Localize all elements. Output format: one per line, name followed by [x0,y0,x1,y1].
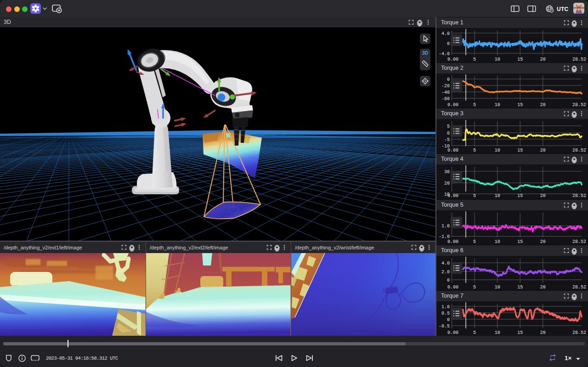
svg-text:-5: -5 [444,137,450,142]
svg-text:5: 5 [473,330,476,335]
svg-text:0.00: 0.00 [447,330,458,335]
svg-text:20: 20 [540,148,546,153]
svg-text:15: 15 [517,239,523,244]
svg-text:2.0: 2.0 [441,270,450,275]
svg-text:-4.0: -4.0 [439,51,450,56]
svg-text:0: 0 [447,41,450,46]
svg-text:-0.5: -0.5 [439,324,450,329]
svg-text:5: 5 [473,148,476,153]
svg-text:15: 15 [517,285,523,290]
svg-text:28.52: 28.52 [572,102,586,107]
svg-text:15: 15 [517,330,523,335]
svg-text:5: 5 [473,57,476,62]
svg-text:0.00: 0.00 [447,57,458,62]
svg-text:0: 0 [447,77,450,82]
svg-text:5: 5 [473,102,476,107]
svg-text:15: 15 [517,193,523,198]
svg-text:28.52: 28.52 [572,330,586,335]
svg-text:5: 5 [447,124,450,129]
svg-text:15: 15 [517,57,523,62]
svg-text:0: 0 [447,131,450,136]
svg-text:-40: -40 [441,90,450,95]
svg-text:0.00: 0.00 [447,193,458,198]
svg-text:20: 20 [540,330,546,335]
svg-text:-60: -60 [441,96,450,102]
svg-text:20: 20 [540,285,546,290]
svg-text:20: 20 [540,102,546,107]
svg-text:0.5: 0.5 [441,311,450,316]
svg-text:1.0: 1.0 [441,305,450,310]
svg-text:10: 10 [495,285,500,290]
svg-text:10: 10 [495,193,500,198]
svg-text:1.0: 1.0 [441,224,450,229]
svg-text:4.0: 4.0 [441,31,450,36]
svg-text:4.0: 4.0 [441,261,450,266]
svg-text:30: 30 [444,169,450,175]
svg-text:0: 0 [447,278,450,283]
svg-text:5: 5 [473,285,476,290]
svg-text:0.00: 0.00 [447,285,458,290]
svg-text:5: 5 [473,239,476,244]
svg-text:10: 10 [495,57,500,62]
svg-text:20: 20 [444,181,450,186]
svg-text:-1.0: -1.0 [439,234,450,239]
svg-text:20: 20 [540,239,546,244]
svg-text:15: 15 [517,102,523,107]
svg-text:28.52: 28.52 [572,193,586,198]
svg-text:28.52: 28.52 [572,57,586,62]
svg-text:10: 10 [495,102,500,107]
svg-text:10: 10 [495,148,500,153]
svg-text:28.52: 28.52 [572,239,586,244]
svg-text:10: 10 [495,330,500,335]
svg-text:0.00: 0.00 [447,148,458,153]
svg-text:-20: -20 [441,84,450,89]
svg-text:10: 10 [495,239,500,244]
svg-text:28.52: 28.52 [572,148,586,153]
svg-text:28.52: 28.52 [572,285,586,290]
svg-text:15: 15 [517,148,523,153]
svg-text:20: 20 [540,57,546,62]
svg-text:0.00: 0.00 [447,239,458,244]
svg-text:5: 5 [473,193,476,198]
svg-text:20: 20 [540,193,546,198]
svg-text:0.00: 0.00 [447,102,458,107]
svg-text:0: 0 [447,317,450,322]
